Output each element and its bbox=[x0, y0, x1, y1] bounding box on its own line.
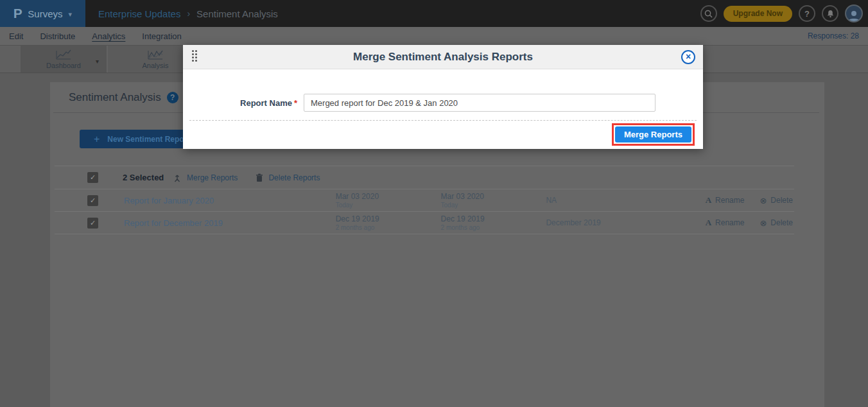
top-bar: P Surveys ▾ Enterprise Updates › Sentime… bbox=[0, 0, 868, 27]
questionpro-logo: P bbox=[13, 6, 22, 21]
tab-analysis-label: Analysis bbox=[143, 62, 169, 69]
upgrade-now-button[interactable]: Upgrade Now bbox=[724, 6, 792, 22]
merge-reports-action-label: Merge Reports bbox=[187, 173, 238, 182]
modified-date-cell: Mar 03 2020 Today bbox=[441, 192, 546, 209]
avatar[interactable] bbox=[845, 4, 863, 22]
report-name-input[interactable] bbox=[304, 94, 655, 112]
breadcrumb-separator-icon: › bbox=[187, 8, 190, 19]
delete-reports-action-label: Delete Reports bbox=[268, 173, 320, 182]
tab-dashboard[interactable]: Dashboard ▾ bbox=[21, 46, 108, 73]
caret-down-icon[interactable]: ▾ bbox=[96, 58, 99, 65]
rename-icon: A bbox=[706, 195, 711, 205]
row-checkbox[interactable]: ✓ bbox=[87, 218, 98, 229]
report-name-link[interactable]: Report for December 2019 bbox=[124, 218, 336, 228]
modified-date-relative: Today bbox=[441, 202, 546, 209]
created-date-relative: Today bbox=[336, 202, 441, 209]
action-highlight-box: Merge Reports bbox=[612, 123, 695, 146]
rename-label: Rename bbox=[715, 196, 744, 205]
rename-label: Rename bbox=[715, 218, 744, 227]
drag-handle-icon[interactable] bbox=[192, 50, 197, 62]
reports-table: ✓ 2 Selected Merge Reports Delete Report… bbox=[55, 166, 794, 234]
table-row: ✓ Report for December 2019 Dec 19 2019 2… bbox=[55, 212, 794, 234]
line-chart-icon bbox=[55, 49, 72, 60]
row-actions: A Rename ⊗ Delete bbox=[706, 195, 794, 205]
bell-icon[interactable] bbox=[822, 5, 838, 22]
help-icon[interactable]: ? bbox=[799, 5, 815, 22]
selection-count: 2 Selected bbox=[123, 173, 173, 182]
responses-count: Responses: 28 bbox=[808, 31, 868, 40]
report-name-label-text: Report Name bbox=[240, 98, 292, 108]
period-cell: NA bbox=[546, 196, 705, 205]
product-switcher[interactable]: P Surveys ▾ bbox=[0, 0, 85, 27]
rename-button[interactable]: A Rename bbox=[706, 218, 745, 228]
row-actions: A Rename ⊗ Delete bbox=[706, 218, 794, 228]
rename-icon: A bbox=[706, 218, 711, 228]
delete-circle-icon: ⊗ bbox=[759, 196, 767, 205]
merge-icon bbox=[173, 173, 182, 182]
merge-reports-action[interactable]: Merge Reports bbox=[173, 173, 238, 182]
report-name-link[interactable]: Report for January 2020 bbox=[124, 196, 336, 205]
report-name-label: Report Name* bbox=[183, 98, 304, 108]
merge-reports-submit-button[interactable]: Merge Reports bbox=[615, 126, 691, 143]
caret-down-icon: ▾ bbox=[69, 10, 73, 19]
row-checkbox[interactable]: ✓ bbox=[87, 195, 98, 206]
created-date-relative: 2 months ago bbox=[336, 224, 441, 231]
created-date-cell: Mar 03 2020 Today bbox=[336, 192, 441, 209]
zigzag-chart-icon bbox=[147, 49, 164, 60]
nav-item-distribute[interactable]: Distribute bbox=[40, 31, 75, 41]
breadcrumb: Enterprise Updates › Sentiment Analysis bbox=[98, 8, 278, 19]
select-all-checkbox[interactable]: ✓ bbox=[87, 172, 98, 183]
page-title: Sentiment Analysis bbox=[69, 91, 161, 104]
breadcrumb-parent[interactable]: Enterprise Updates bbox=[98, 8, 180, 19]
delete-button[interactable]: ⊗ Delete bbox=[759, 218, 793, 228]
close-icon[interactable]: × bbox=[681, 50, 695, 64]
modal-title: Merge Sentiment Analysis Reports bbox=[353, 51, 533, 64]
created-date-cell: Dec 19 2019 2 months ago bbox=[336, 214, 441, 231]
plus-icon: + bbox=[94, 134, 100, 145]
topbar-actions: Upgrade Now ? bbox=[700, 4, 868, 22]
modified-date-relative: 2 months ago bbox=[441, 224, 546, 231]
modified-date: Mar 03 2020 bbox=[441, 192, 546, 201]
modal-footer: Merge Reports bbox=[183, 123, 703, 146]
created-date: Dec 19 2019 bbox=[336, 214, 441, 223]
delete-reports-action[interactable]: Delete Reports bbox=[256, 173, 320, 182]
rename-button[interactable]: A Rename bbox=[706, 195, 745, 205]
delete-label: Delete bbox=[770, 218, 793, 227]
page-help-icon[interactable]: ? bbox=[167, 92, 178, 103]
delete-label: Delete bbox=[770, 196, 793, 205]
bulk-action-row: ✓ 2 Selected Merge Reports Delete Report… bbox=[55, 166, 794, 189]
nav-item-edit[interactable]: Edit bbox=[9, 31, 23, 41]
trash-icon bbox=[256, 173, 263, 182]
modified-date-cell: Dec 19 2019 2 months ago bbox=[441, 214, 546, 231]
tab-dashboard-label: Dashboard bbox=[46, 62, 81, 69]
survey-nav: Edit Distribute Analytics Integration Re… bbox=[0, 27, 868, 45]
required-asterisk: * bbox=[294, 98, 297, 108]
modified-date: Dec 19 2019 bbox=[441, 214, 546, 223]
new-sentiment-report-label: New Sentiment Report bbox=[107, 135, 189, 144]
table-row: ✓ Report for January 2020 Mar 03 2020 To… bbox=[55, 189, 794, 212]
search-icon[interactable] bbox=[700, 5, 717, 22]
period-cell: December 2019 bbox=[546, 218, 705, 227]
modal-body: Report Name* bbox=[183, 94, 703, 112]
modal-separator bbox=[189, 120, 697, 121]
delete-button[interactable]: ⊗ Delete bbox=[759, 196, 793, 205]
delete-circle-icon: ⊗ bbox=[759, 218, 767, 228]
breadcrumb-current: Sentiment Analysis bbox=[196, 8, 278, 19]
modal-header: Merge Sentiment Analysis Reports × bbox=[183, 45, 703, 69]
product-label: Surveys bbox=[28, 8, 62, 19]
created-date: Mar 03 2020 bbox=[336, 192, 441, 201]
merge-reports-modal: Merge Sentiment Analysis Reports × Repor… bbox=[183, 45, 703, 149]
nav-item-integration[interactable]: Integration bbox=[142, 31, 181, 41]
nav-item-analytics[interactable]: Analytics bbox=[92, 31, 125, 41]
